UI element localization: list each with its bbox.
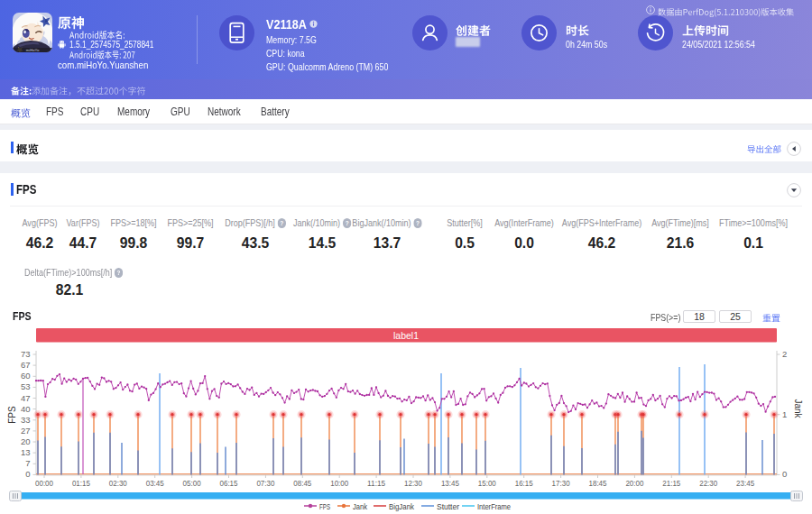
svg-text:?: ? [280,220,283,227]
svg-text:23:45: 23:45 [736,478,754,488]
svg-text:?: ? [345,220,348,227]
svg-text:?: ? [117,269,121,276]
svg-text:40: 40 [21,404,31,414]
svg-text:06:15: 06:15 [220,478,238,488]
svg-text:07:30: 07:30 [256,478,274,488]
svg-text:13: 13 [21,447,31,457]
svg-text:15:00: 15:00 [478,478,496,488]
svg-text:16:15: 16:15 [515,478,533,488]
svg-text:12:30: 12:30 [404,478,422,488]
svg-text:21:15: 21:15 [662,478,680,488]
svg-text:7: 7 [25,458,30,468]
svg-text:17:30: 17:30 [552,478,570,488]
svg-text:53: 53 [21,381,31,391]
svg-text:miHoYo: miHoYo [26,48,40,52]
svg-text:22:30: 22:30 [699,478,717,488]
svg-text:11:15: 11:15 [367,478,385,488]
svg-text:20:00: 20:00 [625,478,643,488]
svg-text:0: 0 [782,469,787,479]
svg-text:0: 0 [25,469,30,479]
svg-text:Jank: Jank [793,399,803,418]
svg-text:08:45: 08:45 [293,478,311,488]
svg-text:Jank: Jank [353,501,367,511]
svg-text:FPS: FPS [319,501,330,511]
svg-text:Stutter: Stutter [437,501,459,511]
svg-text:73: 73 [21,349,31,359]
svg-text:01:15: 01:15 [72,478,90,488]
svg-text:33: 33 [21,415,31,425]
svg-text:13:45: 13:45 [441,478,459,488]
svg-text:05:00: 05:00 [183,478,201,488]
svg-text:67: 67 [21,360,31,370]
svg-text:BigJank: BigJank [389,501,414,511]
svg-text:10:00: 10:00 [330,478,348,488]
svg-text:label1: label1 [393,330,419,341]
svg-text:2: 2 [782,349,787,359]
svg-text:FPS: FPS [7,406,17,424]
svg-text:03:45: 03:45 [146,478,164,488]
svg-text:60: 60 [21,371,31,381]
svg-text:18:45: 18:45 [589,478,607,488]
svg-text:47: 47 [21,393,31,403]
svg-text:00:00: 00:00 [35,478,53,488]
svg-text:1: 1 [782,409,787,419]
svg-text:02:30: 02:30 [109,478,127,488]
svg-text:20: 20 [21,436,31,446]
svg-text:InterFrame: InterFrame [477,501,511,511]
svg-text:27: 27 [21,426,31,436]
svg-text:?: ? [416,220,420,227]
